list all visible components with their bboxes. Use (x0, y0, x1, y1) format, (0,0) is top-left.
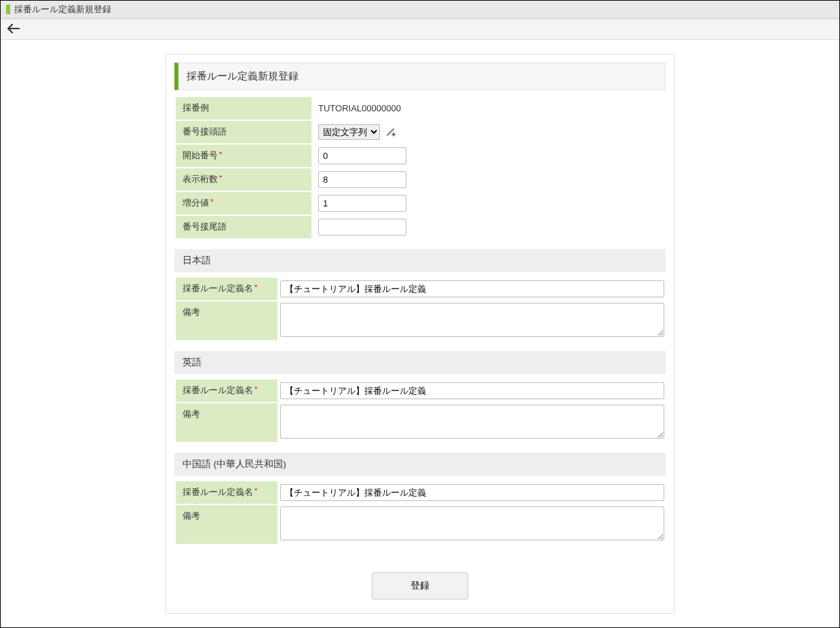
ja-name-label: 採番ルール定義名* (176, 278, 278, 300)
page-title: 採番ルール定義新規登録 (14, 3, 111, 16)
lang-table-ja: 採番ルール定義名* 備考 (174, 276, 666, 341)
main-fields-table: 採番例 TUTORIAL00000000 番号接頭語 固定文字列 (174, 96, 413, 240)
prefix-select[interactable]: 固定文字列 (318, 124, 380, 140)
back-arrow-icon[interactable] (7, 23, 20, 35)
page-header: 採番ルール定義新規登録 (1, 1, 839, 19)
en-name-label: 採番ルール定義名* (176, 380, 278, 402)
form-card: 採番ルール定義新規登録 採番例 TUTORIAL00000000 番号接頭語 固… (166, 54, 674, 614)
increment-input[interactable] (318, 195, 406, 212)
prefix-label: 番号接頭語 (176, 121, 311, 143)
zh-name-label: 採番ルール定義名* (176, 481, 278, 504)
ja-remark-label: 備考 (176, 301, 278, 340)
ja-name-input[interactable] (280, 280, 664, 297)
lang-header-en: 英語 (174, 351, 666, 374)
increment-label: 増分値* (176, 192, 311, 215)
header-accent (6, 5, 10, 14)
zh-name-input[interactable] (280, 484, 664, 501)
lang-table-en: 採番ルール定義名* 備考 (174, 378, 666, 443)
sample-value: TUTORIAL00000000 (318, 102, 401, 115)
en-remark-label: 備考 (176, 403, 278, 442)
digits-label: 表示桁数* (176, 168, 311, 191)
start-label: 開始番号* (176, 145, 311, 167)
configure-prefix-icon[interactable] (385, 126, 396, 139)
suffix-label: 番号接尾語 (176, 216, 311, 238)
digits-input[interactable] (318, 171, 406, 188)
sample-label: 採番例 (176, 97, 311, 119)
suffix-input[interactable] (318, 219, 406, 236)
lang-header-ja: 日本語 (174, 249, 666, 272)
lang-header-zh: 中国語 (中華人民共和国) (174, 453, 666, 476)
zh-remark-input[interactable] (280, 506, 664, 540)
en-remark-input[interactable] (280, 405, 664, 439)
ja-remark-input[interactable] (280, 303, 664, 337)
toolbar (1, 19, 839, 40)
zh-remark-label: 備考 (176, 505, 278, 544)
start-input[interactable] (318, 147, 406, 164)
register-button[interactable]: 登録 (372, 572, 468, 599)
card-title: 採番ルール定義新規登録 (174, 62, 666, 90)
lang-table-zh: 採番ルール定義名* 備考 (174, 480, 666, 545)
svg-point-1 (393, 128, 394, 130)
en-name-input[interactable] (280, 382, 664, 399)
